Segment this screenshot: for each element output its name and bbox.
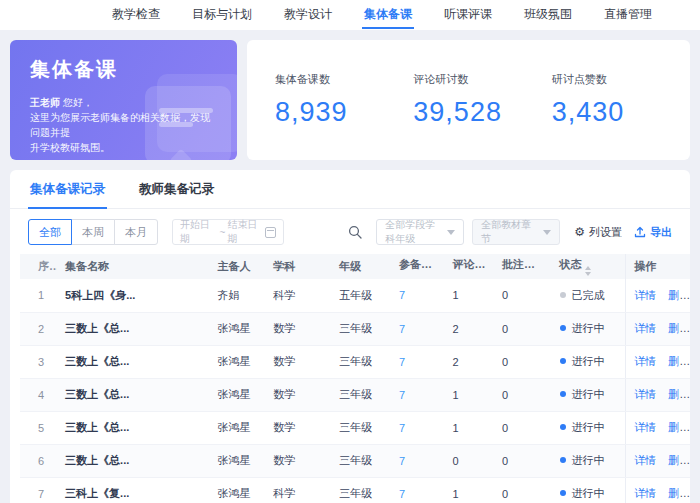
participants-count: 7 [391, 378, 445, 411]
stat-label: 评论研讨数 [413, 72, 551, 87]
column-settings-label: 列设置 [589, 225, 622, 240]
nav-item-lesson-review[interactable]: 听课评课 [442, 1, 494, 29]
export-button[interactable]: 导出 [634, 225, 672, 240]
owner: 齐娟 [210, 279, 266, 312]
status-cell: 进行中 [552, 444, 626, 477]
comments-count: 2 [444, 345, 493, 378]
table-row: 2 三数上《总... 张鸿星 数学 三年级 7 2 0 进行中 详情删除 [20, 312, 690, 345]
status-dot [560, 424, 566, 430]
date-range-input[interactable]: 开始日期 ~ 结束日期 [172, 219, 284, 245]
participants-count: 7 [391, 477, 445, 503]
col-status[interactable]: 状态 [552, 254, 626, 279]
delete-link[interactable]: 删除 [668, 454, 690, 466]
nav-item-live-management[interactable]: 直播管理 [602, 1, 654, 29]
participants-link[interactable]: 7 [399, 389, 405, 401]
status-dot [560, 391, 566, 397]
status-dot [560, 292, 566, 298]
comments-count: 2 [444, 312, 493, 345]
subject: 数学 [265, 378, 331, 411]
subject: 数学 [265, 411, 331, 444]
records-table: 序号 集备名称 主备人 学科 年级 参备老师 评论数 批注数 状态 操作 1 [20, 254, 690, 503]
owner: 张鸿星 [210, 345, 266, 378]
actions-cell: 详情删除 [626, 477, 690, 503]
col-annotations[interactable]: 批注数 [494, 254, 552, 279]
participants-count: 7 [391, 312, 445, 345]
detail-link[interactable]: 详情 [634, 487, 656, 499]
nav-item-teaching-check[interactable]: 教学检查 [110, 1, 162, 29]
status-badge: 进行中 [572, 454, 605, 466]
search-icon[interactable] [348, 225, 362, 239]
col-owner: 主备人 [210, 254, 266, 279]
select-value: 全部学段学科年级 [385, 218, 443, 246]
detail-link[interactable]: 详情 [634, 322, 656, 334]
delete-link[interactable]: 删除 [668, 322, 690, 334]
status-cell: 已完成 [552, 279, 626, 312]
nav-item-teaching-design[interactable]: 教学设计 [282, 1, 334, 29]
delete-link[interactable]: 删除 [668, 421, 690, 433]
comments-count: 1 [444, 279, 493, 312]
status-cell: 进行中 [552, 477, 626, 503]
col-grade: 年级 [331, 254, 391, 279]
filter-this-week-button[interactable]: 本周 [71, 219, 115, 245]
nav-item-class-atmosphere[interactable]: 班级氛围 [522, 1, 574, 29]
actions-cell: 详情删除 [626, 378, 690, 411]
actions-cell: 详情删除 [626, 312, 690, 345]
table-header-row: 序号 集备名称 主备人 学科 年级 参备老师 评论数 批注数 状态 操作 [20, 254, 690, 279]
delete-link[interactable]: 删除 [668, 289, 690, 301]
delete-link[interactable]: 删除 [668, 388, 690, 400]
date-range-separator: ~ [220, 227, 226, 238]
prep-name: 三数上《总... [57, 312, 209, 345]
col-comments[interactable]: 评论数 [444, 254, 493, 279]
grade: 三年级 [331, 477, 391, 503]
filter-all-button[interactable]: 全部 [28, 219, 72, 245]
annotations-count: 0 [494, 444, 552, 477]
col-name: 集备名称 [57, 254, 209, 279]
status-cell: 进行中 [552, 411, 626, 444]
detail-link[interactable]: 详情 [634, 289, 656, 301]
export-icon [634, 226, 646, 238]
participants-link[interactable]: 7 [399, 488, 405, 500]
detail-link[interactable]: 详情 [634, 421, 656, 433]
filter-this-month-button[interactable]: 本月 [114, 219, 158, 245]
sort-icon[interactable] [488, 266, 493, 276]
col-actions: 操作 [626, 254, 690, 279]
sort-icon[interactable] [538, 266, 544, 276]
prep-name: 三数上《总... [57, 345, 209, 378]
quick-range-button-group: 全部 本周 本月 [28, 219, 158, 245]
participants-link[interactable]: 7 [399, 422, 405, 434]
calendar-icon [265, 227, 276, 238]
table-row: 7 三科上《复... 张鸿星 科学 三年级 7 1 0 进行中 详情删除 [20, 477, 690, 503]
detail-link[interactable]: 详情 [634, 454, 656, 466]
participants-count: 7 [391, 279, 445, 312]
delete-link[interactable]: 删除 [668, 355, 690, 367]
status-cell: 进行中 [552, 345, 626, 378]
nav-item-goals-plans[interactable]: 目标与计划 [190, 1, 254, 29]
hero-desc-line2: 升学校教研氛围。 [30, 142, 110, 153]
grade: 三年级 [331, 312, 391, 345]
gear-icon: ⚙ [574, 226, 585, 238]
detail-link[interactable]: 详情 [634, 388, 656, 400]
detail-link[interactable]: 详情 [634, 355, 656, 367]
prep-name: 三科上《复... [57, 477, 209, 503]
status-dot [560, 325, 566, 331]
owner: 张鸿星 [210, 312, 266, 345]
tab-teacher-prep-records[interactable]: 教师集备记录 [137, 170, 216, 209]
column-settings-button[interactable]: ⚙ 列设置 [574, 225, 622, 240]
comments-count: 1 [444, 411, 493, 444]
stage-subject-grade-select[interactable]: 全部学段学科年级 [376, 219, 464, 245]
textbook-chapter-select[interactable]: 全部教材章节 [472, 219, 560, 245]
sort-icon[interactable] [585, 266, 591, 276]
delete-link[interactable]: 删除 [668, 487, 690, 499]
status-badge: 进行中 [572, 388, 605, 400]
participants-link[interactable]: 7 [399, 455, 405, 467]
participants-link[interactable]: 7 [399, 289, 405, 301]
status-badge: 进行中 [572, 322, 605, 334]
table-row: 5 三数上《总... 张鸿星 数学 三年级 7 1 0 进行中 详情删除 [20, 411, 690, 444]
row-index: 6 [20, 444, 57, 477]
participants-link[interactable]: 7 [399, 323, 405, 335]
participants-link[interactable]: 7 [399, 356, 405, 368]
hero-greeting: 王老师 您好， 这里为您展示老师集备的相关数据，发现问题并提 升学校教研氛围。 [30, 95, 217, 155]
tab-collective-prep-records[interactable]: 集体备课记录 [28, 170, 107, 209]
col-participants[interactable]: 参备老师 [391, 254, 445, 279]
nav-item-collective-prep[interactable]: 集体备课 [362, 1, 414, 29]
